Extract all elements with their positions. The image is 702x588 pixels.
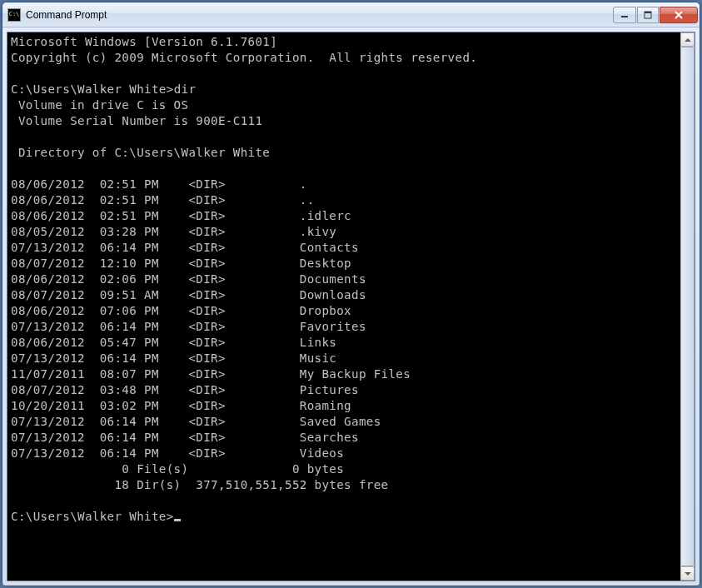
volume-serial-line: Volume Serial Number is 900E-C111: [11, 114, 262, 127]
minimize-button[interactable]: [613, 7, 636, 23]
window-controls: [613, 7, 698, 23]
summary-dirs: 18 Dir(s) 377,510,551,552 bytes free: [11, 478, 388, 491]
titlebar[interactable]: C:\ Command Prompt: [2, 2, 700, 27]
scroll-track[interactable]: [680, 47, 695, 566]
cmd-icon: C:\: [7, 8, 21, 22]
directory-listing: 08/06/2012 02:51 PM <DIR> . 08/06/2012 0…: [11, 177, 411, 460]
copyright-line: Copyright (c) 2009 Microsoft Corporation…: [11, 51, 477, 64]
close-icon: [674, 11, 684, 19]
svg-rect-2: [645, 12, 651, 13]
maximize-icon: [644, 11, 652, 19]
close-button[interactable]: [660, 7, 698, 23]
command-dir: dir: [174, 82, 197, 96]
scroll-thumb[interactable]: [680, 47, 695, 566]
chevron-down-icon: [685, 572, 691, 576]
os-version-line: Microsoft Windows [Version 6.1.7601]: [11, 35, 277, 48]
scroll-down-button[interactable]: [680, 566, 695, 581]
prompt-path: C:\Users\Walker White>: [11, 82, 174, 96]
terminal-output[interactable]: Microsoft Windows [Version 6.1.7601] Cop…: [7, 32, 680, 581]
client-area: Microsoft Windows [Version 6.1.7601] Cop…: [7, 32, 695, 581]
directory-header: Directory of C:\Users\Walker White: [11, 146, 270, 159]
window-title: Command Prompt: [26, 9, 613, 21]
scrollbar[interactable]: [680, 32, 695, 581]
command-prompt-window: C:\ Command Prompt Microsoft Windows [Ve…: [2, 2, 700, 586]
summary-files: 0 File(s) 0 bytes: [11, 462, 344, 476]
maximize-button[interactable]: [637, 7, 659, 23]
volume-drive-line: Volume in drive C is OS: [11, 98, 188, 112]
scroll-up-button[interactable]: [680, 32, 695, 47]
minimize-icon: [620, 11, 629, 19]
cursor: [174, 519, 181, 521]
svg-rect-0: [621, 16, 628, 17]
chevron-up-icon: [685, 38, 691, 42]
prompt-path-2: C:\Users\Walker White>: [11, 510, 174, 523]
